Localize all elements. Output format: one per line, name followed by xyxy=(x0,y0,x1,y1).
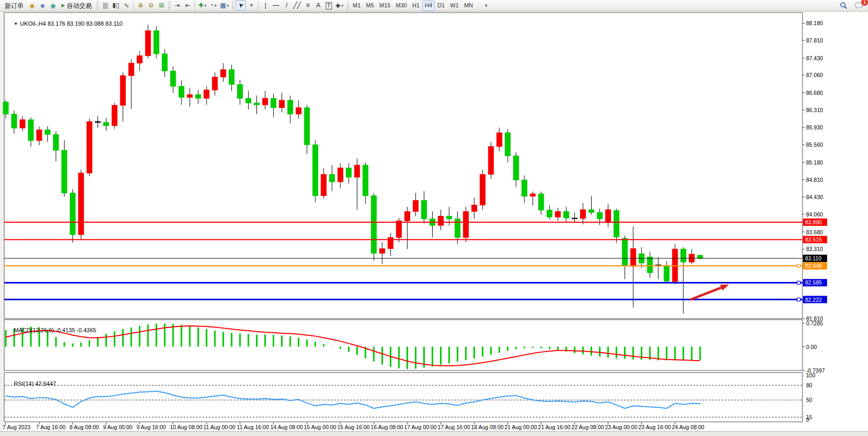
toolbar-grip[interactable] xyxy=(168,1,170,9)
zoom-in-icon[interactable]: ⊕ xyxy=(135,0,146,10)
rsi-panel[interactable] xyxy=(4,373,802,422)
price-axis-label: 84.430 xyxy=(806,194,823,200)
toolbar-grip[interactable] xyxy=(97,1,99,9)
candle-body xyxy=(605,210,610,223)
candle-body xyxy=(698,255,703,258)
vertical-line-icon[interactable]: | xyxy=(260,0,271,10)
candle-body xyxy=(471,205,477,211)
autotrade-play-icon: ▶ xyxy=(61,3,65,8)
timeframe-button-m15[interactable]: M15 xyxy=(377,1,393,11)
timeframe-button-m1[interactable]: M1 xyxy=(350,1,363,11)
candle-body xyxy=(246,99,251,103)
bar-chart-icon[interactable]: ||| xyxy=(100,0,111,10)
trendline-icon: / xyxy=(286,2,287,8)
templates-icon[interactable]: ▦▾ xyxy=(219,0,231,10)
dropdown-caret-icon[interactable]: ▾ xyxy=(227,4,229,7)
timeframe-button-h4[interactable]: H4 xyxy=(422,1,435,11)
timeframe-button-d1[interactable]: D1 xyxy=(435,1,447,11)
symbol-dropdown-icon[interactable]: ▼ xyxy=(14,21,18,26)
timeframe-button-w1[interactable]: W1 xyxy=(447,1,462,11)
price-axis-label: 83.310 xyxy=(806,246,823,252)
candle-body xyxy=(45,130,50,135)
horizontal-line-icon[interactable]: — xyxy=(271,0,281,10)
macd-name: MACD(12,26,9) xyxy=(14,327,53,333)
market-watch-icon[interactable]: ◆ xyxy=(27,1,37,11)
toolbar-grip[interactable] xyxy=(232,1,234,9)
add-indicator-icon[interactable]: ✚▾ xyxy=(197,0,208,10)
candle-body xyxy=(212,77,218,90)
chart-symbol-period: UKOil-,H4 xyxy=(20,20,46,27)
macd-panel[interactable] xyxy=(4,320,802,370)
fibonacci-icon: ≡ xyxy=(306,2,309,8)
price-level-badge-text: 83.890 xyxy=(805,219,822,225)
macd-axis-label: 0.7285 xyxy=(806,320,823,326)
fibonacci-icon[interactable]: ≡ xyxy=(303,0,313,10)
notifications-chat-icon[interactable]: 1 xyxy=(853,1,865,11)
toolbar-grip[interactable] xyxy=(347,2,349,10)
main-chart-panel[interactable] xyxy=(4,13,802,319)
candle-body xyxy=(555,212,561,217)
toolbar-overflow-chevron[interactable]: ▾ xyxy=(481,1,491,11)
window-bottom-edge xyxy=(0,431,868,436)
text-icon[interactable]: A xyxy=(313,0,324,10)
dropdown-caret-icon[interactable]: ▾ xyxy=(341,4,344,7)
candle-body xyxy=(463,212,468,238)
time-axis-label: 7 Aug 16:00 xyxy=(36,424,66,430)
bar-chart-icon: ||| xyxy=(103,2,108,8)
toolbar-separator xyxy=(195,1,195,10)
cursor-icon[interactable]: ➤ xyxy=(235,0,246,10)
equidistant-channel-icon[interactable]: ╱╱ xyxy=(292,0,302,10)
candle-body xyxy=(296,107,301,114)
toolbar-separator xyxy=(133,1,134,10)
periods-clock-icon[interactable]: ◔▾ xyxy=(208,0,219,10)
auto-scroll-icon[interactable]: ⇥ xyxy=(172,0,183,10)
candle-body xyxy=(120,75,125,105)
line-chart-icon: ∿ xyxy=(124,2,129,8)
toolbar-separator xyxy=(258,1,259,10)
dropdown-caret-icon[interactable]: ▾ xyxy=(205,4,207,7)
candle-body xyxy=(87,122,92,173)
candle-body xyxy=(505,133,510,156)
price-axis-label: 88.180 xyxy=(806,20,823,26)
candle-body xyxy=(338,168,343,182)
timeframe-button-m5[interactable]: M5 xyxy=(363,1,377,11)
data-window-icon[interactable]: ☻ xyxy=(37,1,48,11)
dropdown-caret-icon[interactable]: ▾ xyxy=(215,4,217,7)
search-icon[interactable] xyxy=(838,1,849,11)
chart-shift-icon[interactable]: ⇤ xyxy=(183,0,193,10)
price-axis-label: 84.060 xyxy=(806,211,823,217)
candle-body xyxy=(513,156,519,180)
crosshair-icon[interactable]: + xyxy=(246,0,256,10)
candle-body xyxy=(614,211,619,237)
candle-body xyxy=(539,194,544,210)
time-axis-label: 14 Aug 08:00 xyxy=(270,424,303,430)
zoom-out-icon[interactable]: ⊖ xyxy=(146,0,156,10)
line-chart-icon[interactable]: ∿ xyxy=(121,0,132,10)
label-icon[interactable]: T xyxy=(324,1,334,11)
timeframe-button-mn[interactable]: MN xyxy=(462,1,476,11)
time-axis-label: 23 Aug 00:00 xyxy=(605,424,637,430)
candle-body xyxy=(438,216,443,225)
level-line-handle[interactable] xyxy=(797,298,800,301)
candle-body xyxy=(413,200,419,211)
tile-windows-icon: ⊞ xyxy=(159,2,164,8)
new-order-button[interactable]: 新订单 xyxy=(2,1,27,11)
level-line-handle[interactable] xyxy=(797,281,800,284)
trendline-icon[interactable]: / xyxy=(281,0,292,10)
timeframe-button-h1[interactable]: H1 xyxy=(410,1,422,11)
time-axis-label: 11 Aug 16:00 xyxy=(237,424,269,430)
time-axis-label: 9 Aug 16:00 xyxy=(136,424,166,430)
chart-canvas[interactable]: 88.18087.81087.43087.06086.68086.31085.9… xyxy=(0,0,868,436)
candle-body xyxy=(262,99,267,105)
rsi-value: 42.6447 xyxy=(35,380,56,387)
timeframe-button-m30[interactable]: M30 xyxy=(393,1,410,11)
autotrade-button[interactable]: ▶ 自动交易 xyxy=(58,1,95,11)
label-icon: T xyxy=(326,2,332,9)
rsi-axis-label: 80 xyxy=(806,382,812,388)
candlestick-chart-icon[interactable]: ▮▯ xyxy=(111,0,121,10)
level-line-handle[interactable] xyxy=(797,264,800,267)
tile-windows-icon[interactable]: ⊞ xyxy=(156,0,167,10)
shapes-icon[interactable]: ◈▾ xyxy=(334,0,345,10)
navigator-icon[interactable]: ◉ xyxy=(48,1,58,11)
candle-body xyxy=(355,165,360,177)
